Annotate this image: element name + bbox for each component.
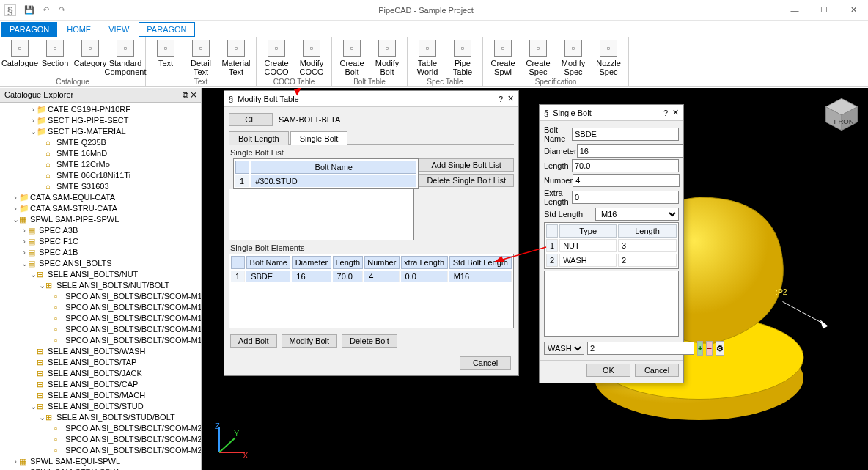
redo-icon[interactable]: ↷ bbox=[56, 4, 67, 16]
ribbon-group-label: Spec Table bbox=[427, 76, 463, 87]
ribbon-catalogue[interactable]: ▫Catalogue bbox=[3, 38, 37, 67]
app-logo-icon: § bbox=[4, 4, 16, 16]
ribbon-create-bolt[interactable]: ▫CreateBolt bbox=[335, 38, 369, 76]
ribbon-modify-coco[interactable]: ▫ModifyCOCO bbox=[295, 38, 328, 76]
ribbon-group-label: Specification bbox=[535, 76, 577, 87]
ribbon-section[interactable]: ▫Section bbox=[38, 38, 72, 67]
ribbon-create-coco[interactable]: ▫CreateCOCO bbox=[260, 38, 293, 76]
ribbon-group-label: Text bbox=[194, 76, 207, 87]
ribbon-group-label: Bolt Table bbox=[353, 76, 386, 87]
ribbon-create-spec[interactable]: ▫CreateSpec bbox=[521, 38, 555, 76]
ribbon-group-label: Catalogue bbox=[56, 76, 89, 87]
save-icon[interactable]: 💾 bbox=[23, 4, 35, 16]
ribbon-nozzle-spec[interactable]: ▫NozzleSpec bbox=[592, 38, 625, 76]
ribbon-pipe-table[interactable]: ▫PipeTable bbox=[446, 38, 479, 76]
ribbon-category[interactable]: ▫Category bbox=[73, 38, 107, 67]
ribbon-table-world[interactable]: ▫TableWorld bbox=[411, 38, 444, 76]
ribbon-material-text[interactable]: ▫MaterialText bbox=[219, 38, 253, 76]
ribbon-detail-text[interactable]: ▫DetailText bbox=[184, 38, 218, 76]
menu-tab-view[interactable]: VIEW bbox=[100, 22, 137, 37]
ribbon-create-spwl[interactable]: ▫CreateSpwl bbox=[486, 38, 520, 76]
ribbon-text[interactable]: ▫Text bbox=[149, 38, 183, 67]
menu-tab-paragon[interactable]: PARAGON bbox=[139, 22, 194, 37]
minimize-button[interactable]: — bbox=[780, 0, 809, 21]
menu-tab-home[interactable]: HOME bbox=[59, 22, 99, 37]
ribbon-modify-spec[interactable]: ▫ModifySpec bbox=[556, 38, 590, 76]
menu-tab-paragon[interactable]: PARAGON bbox=[1, 22, 57, 37]
ribbon-group-label: COCO Table bbox=[273, 76, 315, 87]
window-title: PipeCAD - Sample Project bbox=[72, 6, 780, 15]
ribbon-modify-bolt[interactable]: ▫ModifyBolt bbox=[370, 38, 404, 76]
undo-icon[interactable]: ↶ bbox=[40, 4, 51, 16]
close-button[interactable]: ✕ bbox=[839, 0, 868, 21]
maximize-button[interactable]: ☐ bbox=[809, 0, 839, 21]
ribbon-standard-component[interactable]: ▫StandardComponent bbox=[108, 38, 142, 76]
